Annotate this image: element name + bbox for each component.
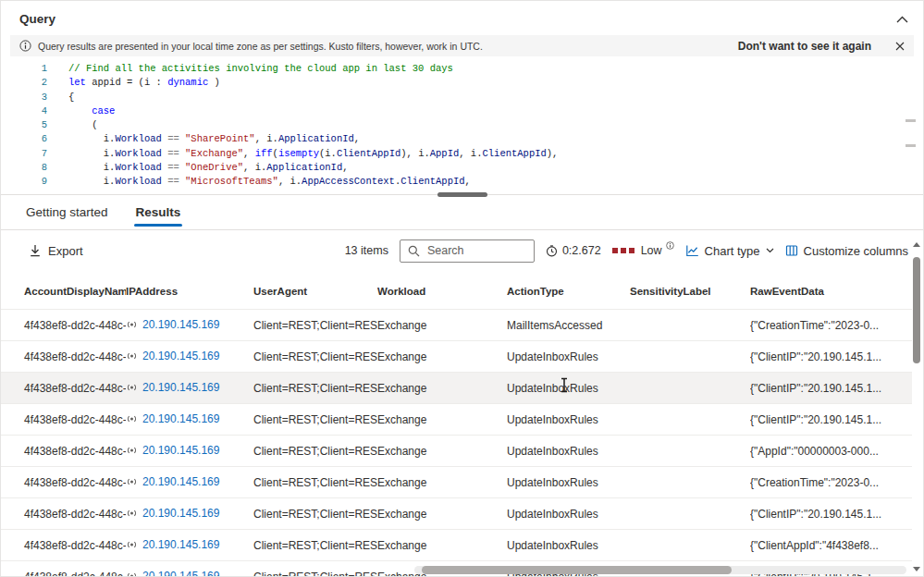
ip-signal-icon [126, 319, 138, 332]
table-row[interactable]: 4f438ef8-dd2c-448c-9c...20.190.145.169Cl… [1, 404, 912, 436]
search-input[interactable] [425, 243, 526, 258]
ip-address-link[interactable]: 20.190.145.169 [142, 538, 219, 551]
query-duration: 0:2.672 [546, 244, 601, 257]
cell-actiontype: UpdateInboxRules [507, 341, 630, 373]
cell-workload: Exchange [377, 498, 507, 530]
ip-signal-icon [126, 508, 138, 521]
cell-workload: Exchange [377, 341, 507, 373]
cell-raweventdata: {"ClientIP":"20.190.145.1... [750, 341, 912, 373]
cell-raweventdata: {"ClientIP":"20.190.145.1... [750, 404, 912, 436]
code-line[interactable]: 7 i.Workload == "Exchange", iff(isempty(… [1, 147, 923, 161]
ip-address-link[interactable]: 20.190.145.169 [142, 381, 219, 394]
code-line[interactable]: 5 ( [1, 118, 923, 132]
table-row[interactable]: 4f438ef8-dd2c-448c-9c...20.190.145.169Cl… [1, 310, 912, 341]
cell-raweventdata: {"AppId":"00000003-000... [750, 436, 912, 467]
cell-useragent: Client=REST;Client=RES... [253, 373, 377, 404]
table-row[interactable]: 4f438ef8-dd2c-448c-9c...20.190.145.169Cl… [1, 467, 912, 498]
ip-address-link[interactable]: 20.190.145.169 [142, 318, 219, 331]
cell-workload: Exchange [377, 310, 507, 341]
cell-ipaddress: 20.190.145.169 [126, 310, 253, 341]
cell-sensitivitylabel [630, 467, 750, 498]
code-lines: 1// Find all the activities involving th… [1, 62, 923, 188]
usage-square [612, 248, 618, 253]
vertical-scrollbar[interactable] [911, 239, 922, 574]
cell-sensitivitylabel [630, 404, 750, 436]
line-number: 3 [1, 91, 47, 104]
chart-type-label: Chart type [705, 244, 760, 258]
chart-type-button[interactable]: Chart type [685, 244, 774, 258]
column-header-accountdisplayname[interactable]: AccountDisplayName [1, 271, 126, 310]
table-row[interactable]: 4f438ef8-dd2c-448c-9c...20.190.145.169Cl… [1, 373, 912, 404]
cell-actiontype: UpdateInboxRules [507, 467, 630, 498]
export-button[interactable]: Export [29, 244, 83, 258]
line-number: 1 [1, 62, 47, 76]
scroll-up-arrow-icon[interactable] [913, 242, 920, 247]
column-header-raweventdata[interactable]: RawEventData [750, 271, 912, 310]
search-box[interactable] [400, 239, 535, 263]
code-line[interactable]: 1// Find all the activities involving th… [1, 62, 923, 76]
usage-square [621, 248, 626, 253]
vertical-scroll-thumb[interactable] [913, 257, 920, 363]
ip-signal-icon [126, 539, 138, 552]
info-icon [19, 40, 31, 52]
close-banner-icon[interactable] [895, 42, 905, 51]
cell-useragent: Client=REST;Client=RES... [253, 341, 377, 373]
table-row[interactable]: 4f438ef8-dd2c-448c-9c...20.190.145.169Cl… [1, 498, 912, 530]
code-line[interactable]: 6 i.Workload == "SharePoint", i.Applicat… [1, 132, 923, 146]
timezone-info-banner: Query results are presented in your loca… [10, 35, 914, 56]
cell-workload: Exchange [377, 530, 507, 561]
ip-signal-icon [126, 350, 138, 363]
customize-columns-label: Customize columns [804, 244, 908, 258]
cell-raweventdata: {"ClientAppId":"4f438ef8... [750, 530, 912, 561]
tab-getting-started[interactable]: Getting started [24, 195, 110, 229]
column-header-sensitivitylabel[interactable]: SensitivityLabel [630, 271, 750, 310]
resize-grip-handle[interactable] [437, 192, 487, 197]
code-line[interactable]: 8 i.Workload == "OneDrive", i.Applicatio… [1, 161, 923, 175]
table-body: 4f438ef8-dd2c-448c-9c...20.190.145.169Cl… [1, 310, 912, 577]
code-text: // Find all the activities involving the… [47, 62, 453, 76]
tab-results[interactable]: Results [134, 195, 183, 229]
code-line[interactable]: 3{ [1, 91, 923, 104]
vertical-scroll-track[interactable] [911, 250, 922, 564]
cell-useragent: Client=REST;Client=RES... [253, 530, 377, 561]
ip-address-link[interactable]: 20.190.145.169 [142, 475, 219, 488]
horizontal-scroll-thumb[interactable] [422, 566, 732, 574]
ip-address-link[interactable]: 20.190.145.169 [142, 444, 219, 457]
column-header-useragent[interactable]: UserAgent [253, 271, 377, 310]
table-row[interactable]: 4f438ef8-dd2c-448c-9c...20.190.145.169Cl… [1, 341, 912, 373]
collapse-query-chevron-up-icon[interactable] [896, 16, 908, 23]
cell-sensitivitylabel [630, 498, 750, 530]
code-line[interactable]: 4 case [1, 104, 923, 118]
ip-signal-icon [126, 382, 138, 395]
horizontal-scrollbar[interactable] [414, 566, 906, 574]
dismiss-banner-button[interactable]: Don't want to see it again [738, 40, 871, 53]
customize-columns-button[interactable]: Customize columns [785, 244, 908, 258]
cell-ipaddress: 20.190.145.169 [126, 373, 253, 404]
table-row[interactable]: 4f438ef8-dd2c-448c-9c...20.190.145.169Cl… [1, 530, 912, 561]
code-line[interactable]: 9 i.Workload == "MicrosoftTeams", i.AppA… [1, 175, 923, 188]
cell-ipaddress: 20.190.145.169 [126, 404, 253, 436]
cell-useragent: Client=REST;Client=RES... [253, 561, 377, 577]
ip-signal-icon [126, 413, 138, 426]
ip-address-link[interactable]: 20.190.145.169 [142, 412, 219, 425]
code-text: ( [47, 118, 98, 132]
cell-workload: Exchange [377, 373, 507, 404]
kusto-query-editor[interactable]: 1// Find all the activities involving th… [1, 62, 923, 188]
ip-address-link[interactable]: 20.190.145.169 [142, 507, 219, 520]
cell-actiontype: UpdateInboxRules [507, 436, 630, 467]
line-number: 9 [1, 175, 47, 188]
cell-sensitivitylabel [630, 341, 750, 373]
column-header-ipaddress[interactable]: IPAddress [126, 271, 253, 310]
resource-info-icon[interactable] [666, 241, 674, 250]
column-header-actiontype[interactable]: ActionType [507, 271, 630, 310]
cell-accountdisplayname: 4f438ef8-dd2c-448c-9c... [1, 467, 126, 498]
line-number: 6 [1, 132, 47, 146]
code-line[interactable]: 2let appid = (i : dynamic ) [1, 76, 923, 90]
column-header-workload[interactable]: Workload [377, 271, 507, 310]
ip-address-link[interactable]: 20.190.145.169 [142, 570, 219, 577]
cell-accountdisplayname: 4f438ef8-dd2c-448c-9c... [1, 404, 126, 436]
table-row[interactable]: 4f438ef8-dd2c-448c-9c...20.190.145.169Cl… [1, 436, 912, 467]
ip-signal-icon [126, 571, 138, 577]
ip-address-link[interactable]: 20.190.145.169 [142, 350, 219, 362]
scroll-down-arrow-icon[interactable] [913, 567, 920, 571]
